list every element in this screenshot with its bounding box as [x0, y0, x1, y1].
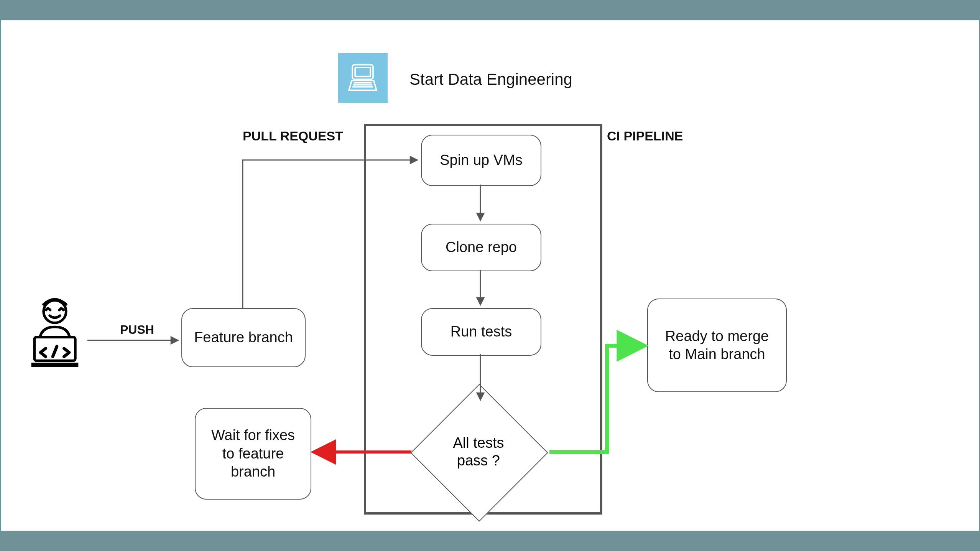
ready-merge-text: Ready to merge to Main branch [659, 327, 774, 364]
page-title: Start Data Engineering [409, 70, 572, 89]
spin-up-vms-node: Spin up VMs [421, 135, 541, 186]
feature-branch-text: Feature branch [194, 328, 293, 347]
wait-fixes-text: Wait for fixes to feature branch [205, 426, 301, 481]
spin-up-vms-text: Spin up VMs [440, 151, 522, 170]
pull-request-label: PULL REQUEST [243, 129, 343, 144]
diagram-canvas: Start Data Engineering CI PIPELINE PUSH … [0, 0, 980, 551]
top-bar [1, 1, 979, 20]
feature-branch-node: Feature branch [181, 308, 306, 367]
laptop-icon [338, 53, 388, 103]
decision-text: All tests pass ? [431, 404, 526, 500]
bottom-bar [1, 531, 979, 550]
developer-icon [24, 297, 86, 370]
ready-merge-node: Ready to merge to Main branch [647, 299, 787, 392]
push-label: PUSH [120, 323, 154, 337]
wait-fixes-node: Wait for fixes to feature branch [195, 408, 311, 500]
clone-repo-text: Clone repo [446, 238, 517, 257]
svg-point-5 [44, 300, 66, 323]
run-tests-node: Run tests [421, 308, 541, 356]
ci-pipeline-label: CI PIPELINE [607, 129, 683, 144]
svg-rect-1 [355, 68, 370, 76]
run-tests-text: Run tests [451, 323, 512, 341]
clone-repo-node: Clone repo [421, 224, 541, 271]
